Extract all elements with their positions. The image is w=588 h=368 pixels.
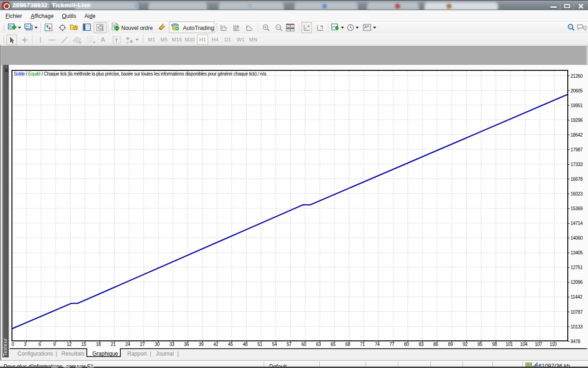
svg-text:3: 3 bbox=[24, 342, 27, 347]
svg-text:0: 0 bbox=[11, 342, 14, 347]
svg-text:16023: 16023 bbox=[571, 191, 583, 196]
svg-text:95: 95 bbox=[477, 342, 482, 347]
svg-text:63: 63 bbox=[316, 342, 321, 347]
svg-text:11442: 11442 bbox=[571, 294, 582, 299]
svg-text:54: 54 bbox=[272, 342, 277, 347]
svg-text:16678: 16678 bbox=[571, 177, 583, 182]
svg-text:12096: 12096 bbox=[571, 280, 583, 285]
svg-text:19951: 19951 bbox=[571, 103, 583, 108]
svg-text:51: 51 bbox=[257, 342, 262, 347]
svg-text:110: 110 bbox=[550, 342, 557, 347]
svg-text:14060: 14060 bbox=[571, 236, 583, 241]
svg-text:33: 33 bbox=[170, 342, 175, 347]
svg-text:24: 24 bbox=[125, 342, 130, 347]
svg-text:71: 71 bbox=[360, 342, 365, 347]
svg-text:10787: 10787 bbox=[571, 310, 583, 315]
svg-text:12751: 12751 bbox=[571, 265, 583, 270]
svg-text:17333: 17333 bbox=[571, 162, 583, 167]
svg-text:65: 65 bbox=[331, 342, 336, 347]
svg-text:15369: 15369 bbox=[571, 206, 583, 211]
svg-text:104: 104 bbox=[520, 342, 528, 347]
svg-text:83: 83 bbox=[418, 342, 424, 347]
svg-text:13405: 13405 bbox=[571, 250, 583, 255]
svg-text:Solde / Equité / Chaque tick (: Solde / Equité / Chaque tick (la méthode… bbox=[14, 71, 266, 76]
svg-text:18: 18 bbox=[96, 342, 101, 347]
svg-text:21260: 21260 bbox=[571, 74, 583, 79]
svg-text:89: 89 bbox=[448, 342, 453, 347]
svg-text:19296: 19296 bbox=[571, 118, 583, 123]
svg-text:10133: 10133 bbox=[571, 324, 583, 329]
svg-text:36: 36 bbox=[184, 342, 189, 347]
svg-text:18642: 18642 bbox=[571, 132, 583, 138]
svg-text:98: 98 bbox=[492, 342, 497, 347]
svg-text:107: 107 bbox=[535, 342, 543, 347]
svg-text:17987: 17987 bbox=[571, 147, 583, 152]
svg-text:77: 77 bbox=[390, 342, 395, 347]
svg-text:14714: 14714 bbox=[571, 221, 583, 226]
svg-text:21: 21 bbox=[111, 342, 116, 347]
svg-text:9478: 9478 bbox=[571, 339, 581, 344]
svg-text:101: 101 bbox=[505, 342, 513, 347]
svg-text:80: 80 bbox=[404, 342, 409, 347]
svg-text:6: 6 bbox=[39, 342, 41, 347]
svg-text:39: 39 bbox=[199, 342, 204, 347]
svg-text:12: 12 bbox=[67, 342, 72, 347]
svg-text:30: 30 bbox=[155, 342, 160, 347]
svg-text:48: 48 bbox=[243, 342, 248, 347]
svg-text:74: 74 bbox=[375, 342, 380, 347]
svg-text:92: 92 bbox=[463, 342, 468, 347]
svg-text:20605: 20605 bbox=[571, 88, 583, 93]
svg-text:68: 68 bbox=[345, 342, 351, 347]
svg-text:15: 15 bbox=[81, 342, 86, 347]
svg-text:45: 45 bbox=[228, 342, 233, 347]
svg-text:9: 9 bbox=[53, 342, 56, 347]
svg-text:60: 60 bbox=[301, 342, 306, 347]
svg-text:57: 57 bbox=[287, 342, 292, 347]
svg-text:86: 86 bbox=[433, 342, 438, 347]
svg-text:27: 27 bbox=[140, 342, 145, 347]
svg-text:42: 42 bbox=[213, 342, 218, 347]
